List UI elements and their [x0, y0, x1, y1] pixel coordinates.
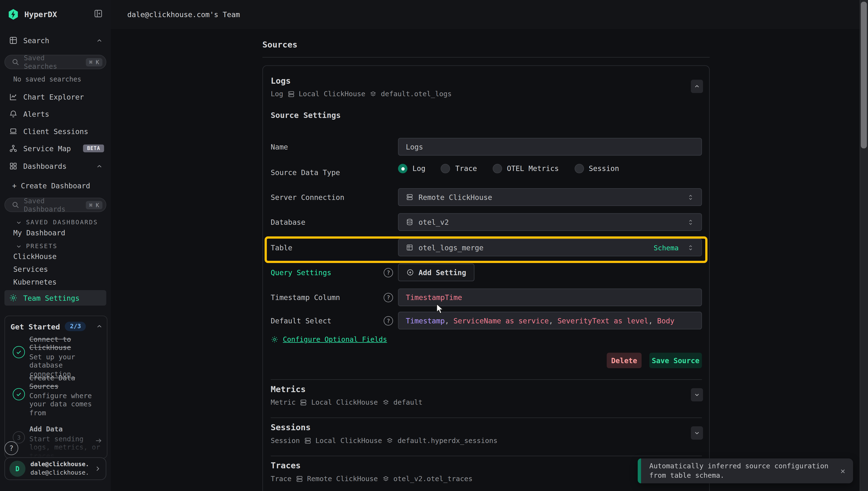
table-value: otel_logs_merge	[419, 243, 484, 252]
radio-otel-metrics[interactable]	[492, 164, 502, 173]
source-data-type-radios: Log Trace OTEL Metrics Session	[398, 164, 635, 173]
sidebar-item-team-settings[interactable]: Team Settings	[4, 290, 106, 306]
sql-token: Timestamp	[406, 316, 445, 325]
dashboards-icon	[9, 162, 18, 171]
server-name: Local ClickHouse	[311, 398, 378, 406]
server-name: Local ClickHouse	[299, 90, 365, 98]
sidebar-item-label: Team Settings	[23, 294, 80, 302]
chevron-right-icon	[94, 465, 101, 472]
shortcut-badge: ⌘ K	[86, 58, 102, 66]
brand: HyperDX	[7, 7, 103, 22]
schema-badge[interactable]: Schema	[654, 243, 679, 252]
traces-section-title: Traces	[271, 461, 301, 470]
check-circle-icon	[13, 346, 25, 358]
table-path: default.hyperdx_sessions	[397, 436, 498, 444]
no-saved-searches-text: No saved searches	[13, 75, 81, 83]
get-started-item-title: Add Data	[29, 425, 104, 433]
chevron-up-icon	[96, 163, 103, 170]
avatar: D	[9, 461, 26, 477]
shortcut-badge: ⌘ K	[86, 201, 102, 209]
server-connection-select[interactable]: Remote ClickHouse	[398, 189, 702, 206]
database-select[interactable]: otel_v2	[398, 213, 702, 231]
server-name: Local ClickHouse	[316, 436, 382, 444]
server-name: Remote ClickHouse	[307, 474, 378, 483]
team-title: dale@clickhouse.com's Team	[127, 10, 240, 19]
sidebar-item-label: Service Map	[23, 144, 71, 152]
progress-badge: 2/3	[65, 322, 86, 331]
sources-card: Logs Log Local ClickHouse default.otel_l…	[262, 65, 710, 491]
sidebar-item-search[interactable]: Search	[4, 33, 106, 48]
sidebar-item-my-dashboard[interactable]: My Dashboard	[13, 229, 65, 237]
name-input[interactable]: Logs	[398, 138, 702, 155]
chevron-up-icon	[96, 37, 103, 44]
presets-header[interactable]: PRESETS	[16, 242, 57, 250]
sql-token: ,	[549, 316, 558, 325]
timestamp-value: TimestampTime	[406, 293, 462, 301]
radio-label[interactable]: Log	[412, 165, 425, 173]
traces-meta: Trace Remote ClickHouse otel_v2.otel_tra…	[271, 474, 473, 483]
layers-icon	[369, 90, 377, 98]
radio-log[interactable]	[398, 164, 408, 173]
user-menu[interactable]: D dale@clickhouse.… dale@clickhouse.c…	[4, 457, 106, 480]
hyperdx-logo-icon	[7, 8, 20, 21]
database-value: otel_v2	[419, 218, 449, 226]
default-select-label: Default Select	[271, 317, 332, 325]
radio-label[interactable]: Session	[589, 165, 619, 173]
metrics-section-title: Metrics	[271, 384, 306, 394]
get-started-header[interactable]: Get Started 2/3	[10, 322, 86, 331]
chevron-down-icon	[16, 219, 22, 226]
scrollbar-thumb[interactable]	[861, 2, 867, 148]
brand-name: HyperDX	[24, 10, 57, 19]
add-setting-button[interactable]: Add Setting	[398, 264, 475, 281]
timestamp-column-label: Timestamp Column	[271, 293, 340, 302]
help-circle-icon: ?	[384, 268, 393, 277]
expand-metrics-button[interactable]	[691, 388, 703, 401]
sql-token: ,	[445, 316, 453, 325]
logs-section-title: Logs	[271, 76, 291, 86]
sidebar-item-services[interactable]: Services	[13, 265, 48, 273]
table-path: default.otel_logs	[381, 90, 452, 98]
sidebar-item-dashboards[interactable]: Dashboards	[4, 159, 106, 173]
sessions-meta: Session Local ClickHouse default.hyperdx…	[271, 436, 498, 444]
radio-session[interactable]	[574, 164, 584, 173]
expand-sessions-button[interactable]	[691, 426, 703, 440]
configure-optional-fields-link[interactable]: Configure Optional Fields	[283, 335, 387, 343]
layers-icon	[382, 398, 389, 406]
radio-trace[interactable]	[441, 164, 450, 173]
sidebar-item-alerts[interactable]: Alerts	[4, 107, 106, 121]
saved-dashboards-header[interactable]: SAVED DASHBOARDS	[16, 219, 98, 226]
sidebar-item-clickhouse[interactable]: ClickHouse	[13, 253, 57, 261]
sidebar-item-label: Search	[23, 36, 49, 45]
radio-label[interactable]: OTEL Metrics	[507, 165, 559, 173]
sidebar-item-kubernetes[interactable]: Kubernetes	[13, 278, 57, 286]
sidebar-item-client-sessions[interactable]: Client Sessions	[4, 124, 106, 138]
sql-token: ServiceName as service	[453, 316, 549, 325]
name-value: Logs	[406, 143, 423, 151]
server-icon	[406, 193, 414, 201]
sidebar-collapse-icon[interactable]	[94, 9, 103, 18]
main-content: Sources Logs Log Local ClickHouse defaul…	[111, 29, 860, 491]
configure-optional-fields[interactable]: Configure Optional Fields	[271, 335, 387, 343]
database-label: Database	[271, 218, 305, 227]
get-started-card: Get Started 2/3 Connect to ClickHouse Se…	[4, 316, 107, 458]
sidebar-item-chart-explorer[interactable]: Chart Explorer	[4, 90, 106, 104]
table-select[interactable]: otel_logs_merge Schema	[398, 239, 702, 256]
divider	[262, 57, 710, 57]
get-started-item-desc: Configure where your data comes from	[29, 392, 107, 417]
get-started-item-title: Connect to ClickHouse	[29, 335, 104, 352]
radio-label[interactable]: Trace	[455, 165, 477, 173]
close-icon[interactable]: ×	[840, 466, 845, 476]
help-button[interactable]: ?	[4, 441, 18, 455]
collapse-logs-button[interactable]	[691, 80, 703, 93]
toast-accent-bar	[638, 458, 641, 483]
check-circle-icon	[13, 388, 25, 400]
create-dashboard-button[interactable]: + Create Dashboard	[12, 181, 90, 190]
save-source-button[interactable]: Save Source	[649, 353, 702, 368]
chevron-up-icon[interactable]	[96, 323, 103, 330]
search-icon	[11, 201, 19, 209]
delete-button[interactable]: Delete	[607, 353, 641, 368]
sidebar-item-service-map[interactable]: Service Map BETA	[4, 141, 106, 155]
saved-searches-input[interactable]: Saved Searches ⌘ K	[4, 55, 106, 69]
table-path: otel_v2.otel_traces	[393, 474, 472, 483]
saved-dashboards-input[interactable]: Saved Dashboards ⌘ K	[4, 198, 106, 212]
